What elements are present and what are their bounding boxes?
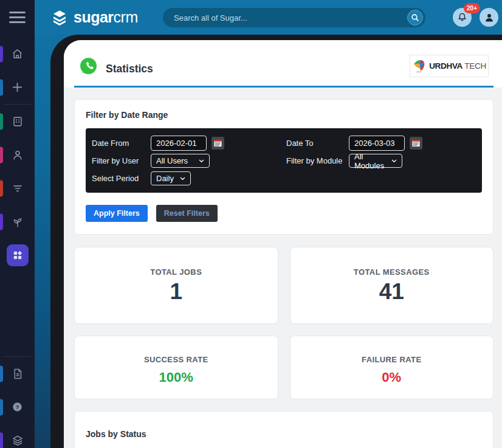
sidebar-nav: ?: [0, 35, 35, 448]
documents-pill: [0, 365, 3, 382]
accounts-pill: [0, 113, 3, 129]
modules-pill: [0, 432, 3, 448]
home-pill: [0, 46, 3, 62]
apply-filters-button[interactable]: Apply Filters: [86, 205, 148, 222]
home-icon: [10, 47, 24, 61]
whatsapp-icon: [79, 57, 98, 75]
success-rate-value: 100%: [75, 370, 278, 385]
help-icon: ?: [11, 401, 24, 413]
module-filter-label: Filter by Module: [286, 156, 349, 165]
main-wrapper: Statistics URDHVA TECH: [50, 35, 502, 448]
stats-row-2: SUCCESS RATE 100% FAILURE RATE 0%: [74, 336, 493, 399]
user-filter-select[interactable]: All Users: [151, 154, 210, 168]
total-messages-label: TOTAL MESSAGES: [291, 267, 493, 277]
active-item-highlight: [7, 244, 29, 266]
chevron-down-icon: [199, 159, 204, 163]
help-pill: [0, 399, 3, 415]
reset-filters-button[interactable]: Reset Filters: [156, 205, 218, 222]
global-search[interactable]: [163, 8, 425, 27]
search-input[interactable]: [174, 13, 407, 22]
sidebar-item-filters[interactable]: [0, 171, 35, 205]
page-body: Filter by Date Range Date From D: [64, 88, 502, 448]
date-to-label: Date To: [286, 139, 349, 148]
date-to-calendar-button[interactable]: [410, 137, 422, 150]
success-rate-card: SUCCESS RATE 100%: [74, 336, 278, 399]
date-from-label: Date From: [92, 139, 151, 148]
notification-count-badge: 20+: [464, 3, 480, 13]
calendar-icon: [214, 139, 222, 147]
sidebar-toggle-button[interactable]: [0, 0, 35, 35]
plus-icon: [10, 80, 24, 94]
sidebar-spacer: [0, 272, 35, 356]
filter-lines-icon: [11, 182, 24, 195]
layers-icon: [11, 434, 24, 447]
hamburger-icon: [9, 9, 26, 26]
failure-rate-card: FAILURE RATE 0%: [290, 336, 494, 399]
urdhva-tech-logo: URDHVA TECH: [410, 55, 489, 77]
failure-rate-label: FAILURE RATE: [291, 355, 493, 364]
sidebar-item-dashboard-active[interactable]: [0, 238, 35, 272]
building-icon: [11, 115, 24, 128]
search-icon: [411, 13, 419, 22]
page-title: Statistics: [106, 63, 153, 75]
period-select[interactable]: Daily: [151, 171, 191, 185]
total-messages-card: TOTAL MESSAGES 41: [290, 247, 494, 324]
topbar: sugarcrm 20+: [0, 0, 502, 35]
main-content: Statistics URDHVA TECH: [64, 40, 502, 448]
sidebar-item-modules[interactable]: [0, 424, 35, 448]
jobs-by-status-card: Jobs by Status: [74, 411, 493, 448]
sidebar-item-help[interactable]: ?: [0, 390, 35, 424]
filters-pill: [0, 180, 3, 196]
jobs-by-status-title: Jobs by Status: [86, 429, 482, 439]
total-jobs-label: TOTAL JOBS: [75, 267, 278, 277]
sidebar-item-accounts[interactable]: [0, 105, 35, 138]
filter-panel: Date From Date To: [86, 128, 482, 193]
total-jobs-value: 1: [75, 279, 278, 305]
user-menu-button[interactable]: [480, 8, 498, 27]
date-to-input[interactable]: [349, 136, 405, 151]
sidebar-item-contacts[interactable]: [0, 138, 35, 171]
user-filter-label: Filter by User: [92, 156, 151, 165]
create-pill: [0, 79, 3, 95]
page-header: Statistics URDHVA TECH: [64, 40, 502, 88]
svg-text:?: ?: [16, 404, 19, 410]
search-button[interactable]: [407, 10, 423, 26]
sidebar-item-create[interactable]: [0, 71, 35, 104]
contacts-pill: [0, 146, 3, 163]
chevron-down-icon: [391, 159, 397, 163]
date-from-calendar-button[interactable]: [211, 137, 224, 150]
sidebar-item-documents[interactable]: [0, 357, 35, 390]
stats-row-1: TOTAL JOBS 1 TOTAL MESSAGES 41: [74, 247, 493, 324]
sidebar-item-opportunities[interactable]: [0, 205, 35, 238]
urdhva-tech-text: URDHVA TECH: [429, 61, 486, 71]
filter-card: Filter by Date Range Date From D: [74, 99, 493, 235]
total-jobs-card: TOTAL JOBS 1: [74, 247, 278, 324]
success-rate-label: SUCCESS RATE: [75, 355, 278, 364]
bell-icon: [456, 12, 468, 23]
app-logo[interactable]: sugarcrm: [50, 0, 138, 35]
person-icon: [11, 148, 24, 162]
opportunities-pill: [0, 213, 3, 230]
dashboard-grid-icon: [11, 249, 24, 262]
document-icon: [11, 367, 24, 381]
user-avatar-icon: [483, 12, 495, 24]
date-from-input[interactable]: [151, 136, 207, 151]
chevron-down-icon: [180, 177, 185, 181]
urdhva-pinwheel-icon: [412, 59, 427, 74]
sugarcrm-logo-icon: [50, 9, 69, 27]
total-messages-value: 41: [291, 279, 493, 305]
period-select-label: Select Period: [92, 174, 151, 183]
failure-rate-value: 0%: [291, 370, 493, 385]
sidebar-item-home[interactable]: [0, 37, 35, 71]
calendar-icon: [412, 139, 420, 147]
module-filter-select[interactable]: All Modules: [349, 154, 402, 168]
filter-card-title: Filter by Date Range: [86, 110, 482, 120]
app-logo-text: sugarcrm: [74, 9, 138, 26]
plant-icon: [11, 215, 24, 229]
